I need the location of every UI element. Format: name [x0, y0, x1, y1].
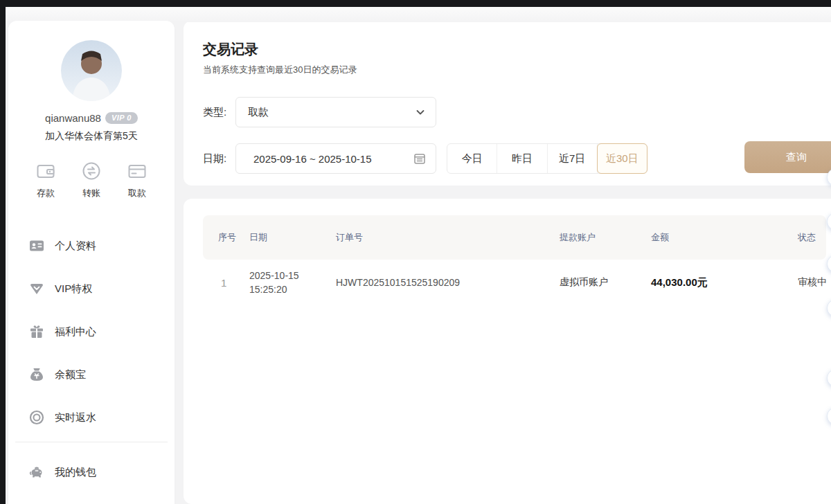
col-header-status: 状态: [798, 231, 831, 244]
col-header-amount: 金额: [651, 231, 798, 244]
row-account: 虚拟币账户: [560, 276, 651, 289]
transfer-action[interactable]: 转账: [73, 161, 109, 199]
avatar: [61, 40, 122, 101]
calendar-icon: [413, 152, 426, 165]
row-date-time: 15:25:20: [249, 284, 287, 295]
range-30days-button[interactable]: 近30日: [597, 143, 647, 174]
money-pouch-icon: [29, 367, 44, 382]
sidebar-item-label: 余额宝: [55, 368, 86, 381]
quick-actions: 存款 转账 取款: [8, 161, 175, 199]
deposit-action[interactable]: 存款: [28, 161, 64, 199]
range-7days-button[interactable]: 近7日: [548, 144, 598, 173]
row-order-no: HJWT202510151525190209: [336, 277, 560, 288]
col-header-account: 提款账户: [560, 231, 651, 244]
rebate-coin-icon: [29, 410, 44, 425]
row-date-day: 2025-10-15: [249, 270, 299, 281]
sidebar-item-wallet[interactable]: 我的钱包: [29, 451, 154, 494]
sidebar-item-label: 我的钱包: [55, 466, 96, 479]
date-range-picker[interactable]: [235, 143, 436, 174]
sidebar-item-rebate[interactable]: 实时返水: [29, 396, 154, 439]
gift-icon: [29, 324, 44, 339]
window-left-edge: [0, 0, 6, 504]
vip-gem-icon: [29, 281, 44, 296]
page-subtitle: 当前系统支持查询最近30日的交易记录: [203, 64, 357, 76]
quick-range-group: 今日 昨日 近7日 近30日: [447, 143, 647, 174]
row-status-badge: 审核中: [798, 276, 831, 289]
sidebar-divider: [15, 442, 168, 442]
username: qianwanu88: [45, 112, 101, 124]
type-select[interactable]: 取款: [235, 97, 436, 127]
row-amount: 44,030.00元: [651, 276, 798, 289]
date-range-input[interactable]: [248, 153, 413, 165]
type-label: 类型:: [203, 106, 235, 119]
transaction-table-card: 序号 日期 订单号 提款账户 金额 状态 1 2025-10-15 15:25:…: [184, 199, 831, 504]
profile-sidebar: qianwanu88 VIP 0 加入华体会体育第5天 存款 转账: [8, 21, 175, 504]
transfer-icon: [81, 161, 102, 181]
transaction-filter-card: 交易记录 当前系统支持查询最近30日的交易记录 类型: 取款 日期: 今日 昨日…: [184, 21, 831, 186]
row-date: 2025-10-15 15:25:20: [249, 269, 336, 297]
table-header-row: 序号 日期 订单号 提款账户 金额 状态: [203, 215, 826, 260]
top-fade: [0, 7, 831, 22]
sidebar-item-label: 实时返水: [55, 411, 96, 424]
sidebar-item-profile[interactable]: 个人资料: [29, 224, 154, 267]
id-card-icon: [29, 238, 44, 253]
bank-card-icon: [127, 161, 148, 181]
vip-badge: VIP 0: [105, 112, 138, 124]
wallet-icon: [35, 161, 56, 181]
withdraw-action[interactable]: 取款: [119, 161, 155, 199]
sidebar-menu: 个人资料 VIP特权 福利中心 余额宝: [8, 224, 175, 439]
window-top-bar: [0, 0, 831, 7]
chevron-down-icon: [415, 107, 426, 118]
sidebar-item-label: VIP特权: [55, 282, 92, 296]
sidebar-item-yuebao[interactable]: 余额宝: [29, 353, 154, 396]
col-header-date: 日期: [249, 231, 336, 244]
piggy-bank-icon: [29, 465, 44, 480]
page-title: 交易记录: [203, 40, 258, 59]
sidebar-item-benefits[interactable]: 福利中心: [29, 310, 154, 353]
deposit-label: 存款: [37, 187, 55, 199]
sidebar-item-vip[interactable]: VIP特权: [29, 267, 154, 310]
date-label: 日期:: [203, 152, 235, 165]
join-days-text: 加入华体会体育第5天: [8, 130, 175, 143]
col-header-order: 订单号: [336, 231, 560, 244]
query-button[interactable]: 查询: [744, 141, 831, 173]
withdraw-label: 取款: [128, 187, 146, 199]
type-select-value: 取款: [248, 106, 415, 119]
table-row: 1 2025-10-15 15:25:20 HJWT20251015152519…: [203, 260, 826, 305]
range-today-button[interactable]: 今日: [447, 144, 497, 173]
transfer-label: 转账: [82, 187, 100, 199]
sidebar-item-label: 福利中心: [55, 325, 96, 339]
sidebar-item-label: 个人资料: [55, 240, 96, 253]
range-yesterday-button[interactable]: 昨日: [497, 144, 547, 173]
row-index: 1: [218, 277, 249, 289]
col-header-index: 序号: [218, 231, 249, 244]
